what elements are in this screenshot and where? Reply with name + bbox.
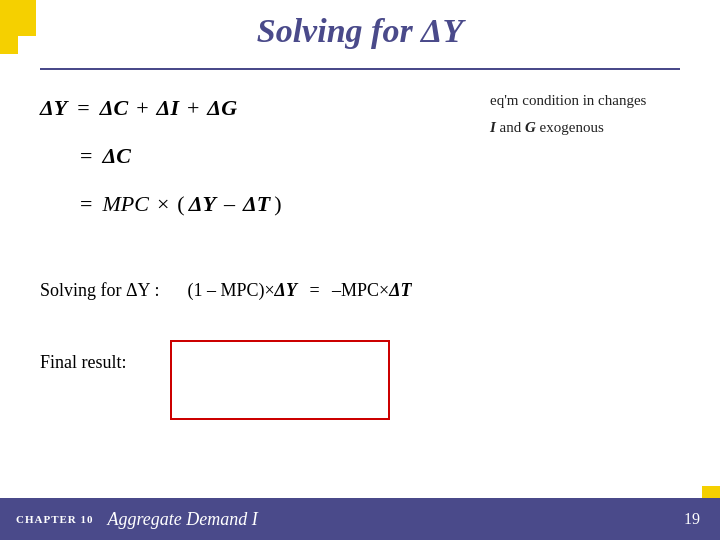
equations-block: ΔY = ΔC + ΔI + ΔG = ΔC = MPC × ( ΔY – ΔT… bbox=[40, 90, 281, 242]
solve-deltaT: ΔT bbox=[389, 280, 411, 300]
eq3-deltaT: ΔT bbox=[243, 193, 270, 215]
footer-title: Aggregate Demand I bbox=[108, 509, 258, 530]
eq3-deltaY: ΔY bbox=[189, 193, 216, 215]
main-content: eq'm condition in changes I I and G exog… bbox=[40, 80, 680, 490]
eq3-times: × bbox=[157, 193, 169, 215]
eq3-equals: = bbox=[80, 193, 92, 215]
eq1-plus1: + bbox=[136, 97, 148, 119]
equation-3: = MPC × ( ΔY – ΔT ) bbox=[40, 186, 281, 222]
solve-neg-mpc: –MPC× bbox=[332, 280, 389, 300]
eq3-mpc: MPC bbox=[102, 193, 148, 215]
solving-for-line: Solving for ΔY : (1 – MPC)×ΔY = –MPC×ΔT bbox=[40, 280, 412, 301]
eq2-equals: = bbox=[80, 145, 92, 167]
annotation-and-text: and bbox=[500, 119, 525, 135]
annotation-box: eq'm condition in changes I I and G exog… bbox=[490, 90, 670, 138]
result-box bbox=[170, 340, 390, 420]
title-divider bbox=[40, 68, 680, 70]
eq1-plus2: + bbox=[187, 97, 199, 119]
eq3-minus: – bbox=[224, 193, 235, 215]
solve-equals: = bbox=[309, 280, 319, 300]
final-result-text: Final result: bbox=[40, 352, 127, 372]
footer-bar: CHAPTER 10 Aggregate Demand I 19 bbox=[0, 498, 720, 540]
annotation-I: I bbox=[490, 119, 496, 135]
eq3-lparen: ( bbox=[177, 193, 184, 215]
annotation-line1: eq'm condition in changes bbox=[490, 90, 670, 111]
solve-lparen: (1 – MPC)× bbox=[187, 280, 274, 300]
equation-2: = ΔC bbox=[40, 138, 281, 174]
slide-title: Solving for ΔY bbox=[50, 12, 670, 50]
equation-1: ΔY = ΔC + ΔI + ΔG bbox=[40, 90, 281, 126]
annotation-G: G bbox=[525, 119, 536, 135]
title-text: Solving for ΔY bbox=[50, 12, 670, 50]
corner-decoration-tl-large bbox=[0, 0, 36, 36]
corner-decoration-tl-small bbox=[0, 36, 18, 54]
solve-deltaY: ΔY bbox=[275, 280, 297, 300]
solving-eq: (1 – MPC)×ΔY = –MPC×ΔT bbox=[187, 280, 411, 301]
eq1-deltaC: ΔC bbox=[100, 97, 128, 119]
eq1-equals: = bbox=[77, 97, 89, 119]
eq2-deltaC: ΔC bbox=[102, 145, 130, 167]
eq1-deltaG: ΔG bbox=[207, 97, 237, 119]
footer-page: 19 bbox=[684, 510, 700, 528]
final-result-label: Final result: bbox=[40, 352, 127, 373]
annotation-exogenous: exogenous bbox=[540, 119, 604, 135]
eq3-rparen: ) bbox=[274, 193, 281, 215]
eq1-deltaY: ΔY bbox=[40, 97, 67, 119]
annotation-line2: I I and G exogenous and G exogenous bbox=[490, 117, 670, 138]
eq1-deltaI: ΔI bbox=[157, 97, 179, 119]
solving-label: Solving for ΔY : bbox=[40, 280, 159, 301]
footer-chapter: CHAPTER 10 bbox=[16, 513, 94, 525]
